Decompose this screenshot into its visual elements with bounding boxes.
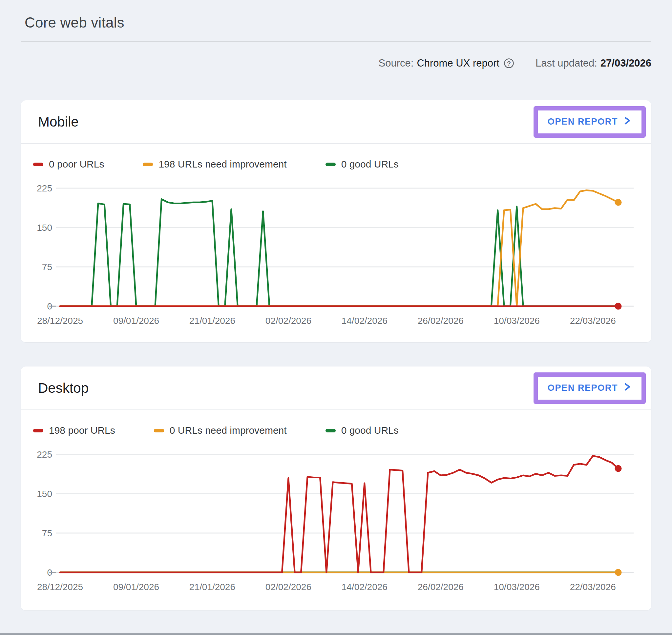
desktop-open-report-label: OPEN REPORT xyxy=(548,383,618,393)
poor-urls-pill-icon xyxy=(33,162,43,166)
legend-label: 0 good URLs xyxy=(341,159,399,170)
svg-text:75: 75 xyxy=(42,262,52,272)
desktop-card: Desktop OPEN REPORT 198 poor URLs xyxy=(21,367,651,610)
desktop-card-title: Desktop xyxy=(38,380,89,396)
svg-text:14/02/2026: 14/02/2026 xyxy=(341,582,387,592)
chevron-right-icon xyxy=(623,382,632,394)
legend-label: 198 poor URLs xyxy=(49,425,115,436)
svg-text:02/02/2026: 02/02/2026 xyxy=(266,582,311,592)
svg-text:150: 150 xyxy=(37,489,52,499)
svg-text:26/02/2026: 26/02/2026 xyxy=(418,316,464,326)
mobile-open-report-highlight: OPEN REPORT xyxy=(533,106,646,138)
poor-urls-pill-icon xyxy=(33,429,43,432)
legend-item-needs-improvement: 0 URLs need improvement xyxy=(154,425,287,436)
mobile-legend: 0 poor URLs 198 URLs need improvement 0 … xyxy=(21,144,651,170)
svg-text:225: 225 xyxy=(37,450,52,460)
needs-improvement-pill-icon xyxy=(143,162,153,166)
desktop-open-report-highlight: OPEN REPORT xyxy=(533,372,646,404)
good-urls-pill-icon xyxy=(326,162,336,166)
chevron-right-icon xyxy=(623,116,632,128)
legend-item-poor: 0 poor URLs xyxy=(33,159,104,170)
desktop-open-report-button[interactable]: OPEN REPORT xyxy=(538,377,642,400)
source-label: Source: xyxy=(379,57,414,69)
svg-text:21/01/2026: 21/01/2026 xyxy=(189,316,235,326)
svg-text:21/01/2026: 21/01/2026 xyxy=(189,582,235,592)
legend-item-poor: 198 poor URLs xyxy=(33,425,115,436)
legend-label: 0 poor URLs xyxy=(49,159,104,170)
svg-text:02/02/2026: 02/02/2026 xyxy=(266,316,311,326)
legend-label: 198 URLs need improvement xyxy=(159,159,287,170)
source-row: Source: Chrome UX report ? Last updated:… xyxy=(21,57,651,70)
svg-text:22/03/2026: 22/03/2026 xyxy=(570,582,616,592)
needs-improvement-pill-icon xyxy=(154,429,164,432)
svg-text:75: 75 xyxy=(42,528,52,538)
mobile-open-report-label: OPEN REPORT xyxy=(548,117,618,127)
help-icon[interactable]: ? xyxy=(503,58,514,69)
page-bottom-edge xyxy=(0,633,672,635)
mobile-card-header: Mobile OPEN REPORT xyxy=(21,100,651,143)
last-updated: Last updated: 27/03/2026 xyxy=(536,57,651,69)
mobile-core-web-vitals-chart[interactable]: 07515022528/12/202509/01/202621/01/20260… xyxy=(21,174,651,332)
svg-text:09/01/2026: 09/01/2026 xyxy=(113,582,159,592)
legend-item-good: 0 good URLs xyxy=(326,425,399,436)
svg-text:28/12/2025: 28/12/2025 xyxy=(37,316,83,326)
source-value: Chrome UX report xyxy=(417,57,499,69)
updated-value: 27/03/2026 xyxy=(601,57,651,69)
svg-text:28/12/2025: 28/12/2025 xyxy=(37,582,83,592)
header-divider xyxy=(21,41,651,42)
svg-text:10/03/2026: 10/03/2026 xyxy=(494,582,540,592)
svg-text:14/02/2026: 14/02/2026 xyxy=(341,316,387,326)
legend-label: 0 good URLs xyxy=(341,425,399,436)
page-title: Core web vitals xyxy=(21,0,651,31)
desktop-legend: 198 poor URLs 0 URLs need improvement 0 … xyxy=(21,410,651,436)
desktop-core-web-vitals-chart[interactable]: 07515022528/12/202509/01/202621/01/20260… xyxy=(21,441,651,598)
updated-label: Last updated: xyxy=(536,57,597,69)
svg-text:150: 150 xyxy=(37,223,52,233)
svg-text:22/03/2026: 22/03/2026 xyxy=(570,316,616,326)
mobile-card-title: Mobile xyxy=(38,114,79,130)
svg-text:26/02/2026: 26/02/2026 xyxy=(418,582,464,592)
svg-text:10/03/2026: 10/03/2026 xyxy=(494,316,540,326)
svg-text:09/01/2026: 09/01/2026 xyxy=(113,316,159,326)
legend-item-needs-improvement: 198 URLs need improvement xyxy=(143,159,287,170)
mobile-card: Mobile OPEN REPORT 0 poor URLs xyxy=(21,100,651,342)
legend-label: 0 URLs need improvement xyxy=(170,425,287,436)
mobile-open-report-button[interactable]: OPEN REPORT xyxy=(538,110,642,133)
good-urls-pill-icon xyxy=(326,429,336,432)
legend-item-good: 0 good URLs xyxy=(326,159,399,170)
svg-text:225: 225 xyxy=(37,183,52,193)
desktop-card-header: Desktop OPEN REPORT xyxy=(21,367,651,410)
core-web-vitals-page: Core web vitals Source: Chrome UX report… xyxy=(0,0,672,610)
svg-text:?: ? xyxy=(507,60,511,67)
